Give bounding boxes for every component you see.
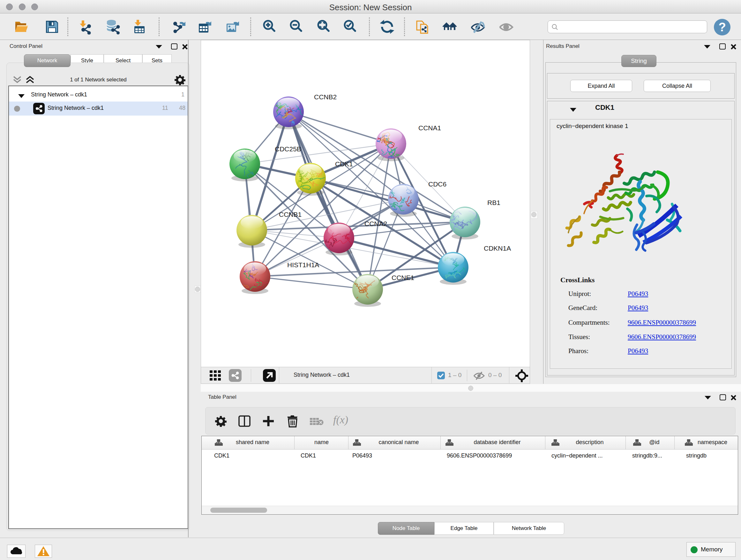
svg-text:HIST1H1A: HIST1H1A [287,261,319,268]
svg-text:CDC25B: CDC25B [275,145,301,152]
svg-text:CDK1: CDK1 [335,160,353,168]
svg-text:CCNA1: CCNA1 [418,124,441,132]
svg-text:CCNA2: CCNA2 [364,220,387,227]
svg-text:CCNB2: CCNB2 [314,93,337,101]
svg-text:CDC6: CDC6 [428,180,447,188]
svg-text:CCNE1: CCNE1 [392,274,414,281]
svg-text:?: ? [718,20,726,34]
svg-text:CCNB1: CCNB1 [279,211,301,218]
svg-text:RB1: RB1 [487,199,500,206]
svg-text:CDKN1A: CDKN1A [484,245,511,252]
